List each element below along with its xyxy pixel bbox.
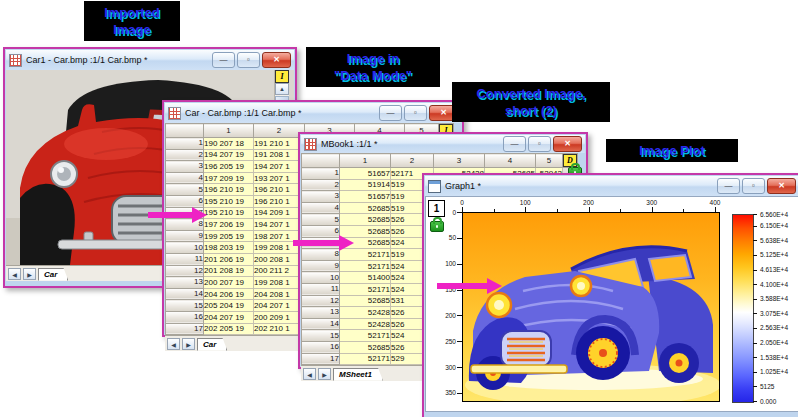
row-header[interactable]: 11 [302, 283, 340, 295]
corner-cell[interactable] [302, 154, 340, 168]
table-cell[interactable]: 193 207 1 [254, 172, 305, 184]
column-header[interactable]: 1 [340, 154, 391, 168]
table-cell[interactable]: 204 207 19 [204, 311, 254, 323]
table-cell[interactable]: 201 208 19 [204, 265, 254, 277]
table-cell[interactable]: 197 206 19 [204, 219, 254, 231]
row-header[interactable]: 9 [302, 260, 340, 272]
close-button[interactable]: ✕ [553, 136, 582, 152]
row-header[interactable]: 1 [166, 138, 204, 150]
image-mode-badge[interactable]: I [275, 70, 289, 83]
scroll-up-button[interactable]: ▲ [275, 83, 289, 95]
table-cell[interactable]: 195 210 19 [204, 207, 254, 219]
row-header[interactable]: 12 [166, 265, 204, 277]
table-cell[interactable]: 194 207 1 [254, 219, 305, 231]
table-cell[interactable]: 52428 [340, 307, 391, 319]
row-header[interactable]: 16 [166, 311, 204, 323]
table-cell[interactable]: 52171 [340, 330, 391, 342]
row-header[interactable]: 15 [166, 300, 204, 312]
row-header[interactable]: 4 [302, 202, 340, 214]
tab-scroll-right-button[interactable]: ▶ [182, 338, 195, 350]
column-header[interactable]: 1 [204, 124, 254, 138]
minimize-button[interactable]: — [379, 105, 402, 121]
table-cell[interactable]: 194 207 19 [204, 149, 254, 161]
table-cell[interactable]: 190 207 18 [204, 138, 254, 150]
table-cell[interactable]: 51657 [340, 191, 391, 203]
row-header[interactable]: 2 [302, 179, 340, 191]
row-header[interactable]: 12 [302, 295, 340, 307]
table-cell[interactable]: 197 209 19 [204, 172, 254, 184]
column-header[interactable]: 2 [391, 154, 434, 168]
table-cell[interactable]: 196 210 1 [254, 184, 305, 196]
tab-scroll-right-button[interactable]: ▶ [318, 368, 331, 380]
row-header[interactable]: 5 [302, 214, 340, 226]
table-cell[interactable]: 191 208 1 [254, 149, 305, 161]
minimize-button[interactable]: — [503, 136, 526, 152]
row-header[interactable]: 15 [302, 330, 340, 342]
table-cell[interactable]: 52171 [340, 260, 391, 272]
table-cell[interactable]: 204 208 1 [254, 288, 305, 300]
table-cell[interactable]: 52685 [340, 202, 391, 214]
table-cell[interactable]: 191 210 1 [254, 138, 305, 150]
table-cell[interactable]: 202 205 19 [204, 323, 254, 335]
sheet-tab-car[interactable]: Car [38, 268, 68, 281]
sheet-tab-car[interactable]: Car [197, 338, 227, 351]
restore-button[interactable]: ▫ [742, 178, 765, 194]
tab-scroll-left-button[interactable]: ◀ [303, 368, 316, 380]
table-cell[interactable]: 196 210 19 [204, 184, 254, 196]
table-cell[interactable]: 204 206 19 [204, 288, 254, 300]
row-header[interactable]: 1 [302, 168, 340, 180]
titlebar-car-worksheet[interactable]: Car - Car.bmp :1/1 Car.bmp * — ▫ ✕ [165, 103, 461, 123]
row-header[interactable]: 16 [302, 341, 340, 353]
table-cell[interactable]: 202 210 1 [254, 323, 305, 335]
sheet-tab-msheet1[interactable]: MSheet1 [333, 368, 383, 381]
row-header[interactable]: 3 [302, 191, 340, 203]
lock-icon[interactable] [430, 221, 444, 232]
tab-scroll-left-button[interactable]: ◀ [8, 268, 21, 280]
table-cell[interactable]: 200 209 1 [254, 311, 305, 323]
row-header[interactable]: 10 [166, 242, 204, 254]
row-header[interactable]: 2 [166, 149, 204, 161]
titlebar-mbook1[interactable]: MBook1 :1/1 * — ▫ ✕ [301, 135, 585, 153]
tab-scroll-right-button[interactable]: ▶ [23, 268, 36, 280]
tab-scroll-left-button[interactable]: ◀ [167, 338, 180, 350]
table-cell[interactable]: 204 207 1 [254, 300, 305, 312]
table-cell[interactable]: 52685 [340, 214, 391, 226]
row-header[interactable]: 9 [166, 230, 204, 242]
row-header[interactable]: 13 [302, 307, 340, 319]
table-cell[interactable]: 51400 [340, 272, 391, 284]
table-cell[interactable]: 199 208 1 [254, 277, 305, 289]
table-cell[interactable]: 200 208 1 [254, 253, 305, 265]
table-cell[interactable]: 52171 [340, 283, 391, 295]
table-cell[interactable]: 196 205 19 [204, 161, 254, 173]
column-header[interactable]: 5 [536, 154, 563, 168]
table-cell[interactable]: 52171 [340, 353, 391, 365]
row-header[interactable]: 6 [166, 195, 204, 207]
row-header[interactable]: 11 [166, 253, 204, 265]
table-cell[interactable]: 51657 [340, 168, 391, 180]
row-header[interactable]: 14 [302, 318, 340, 330]
table-cell[interactable]: 201 206 19 [204, 253, 254, 265]
row-header[interactable]: 5 [166, 184, 204, 196]
column-header[interactable]: 4 [485, 154, 536, 168]
layer1-button[interactable]: 1 [428, 200, 445, 217]
minimize-button[interactable]: — [717, 178, 740, 194]
restore-button[interactable]: ▫ [237, 52, 260, 68]
table-cell[interactable]: 52685 [340, 295, 391, 307]
table-cell[interactable]: 199 205 19 [204, 230, 254, 242]
row-header[interactable]: 17 [302, 353, 340, 365]
titlebar-graph1[interactable]: Graph1 * — ▫ ✕ [425, 176, 798, 196]
table-cell[interactable]: 194 207 1 [254, 161, 305, 173]
table-cell[interactable]: 51914 [340, 179, 391, 191]
corner-cell[interactable] [166, 124, 204, 138]
titlebar-car1[interactable]: Car1 - Car.bmp :1/1 Car.bmp * — ▫ ✕ [6, 50, 294, 70]
table-cell[interactable]: 200 211 2 [254, 265, 305, 277]
row-header[interactable]: 14 [166, 288, 204, 300]
table-cell[interactable]: 195 210 19 [204, 195, 254, 207]
minimize-button[interactable]: — [212, 52, 235, 68]
table-cell[interactable]: 194 209 1 [254, 207, 305, 219]
close-button[interactable]: ✕ [262, 52, 291, 68]
restore-button[interactable]: ▫ [528, 136, 551, 152]
close-button[interactable]: ✕ [767, 178, 796, 194]
table-cell[interactable]: 200 207 19 [204, 277, 254, 289]
table-cell[interactable]: 205 204 19 [204, 300, 254, 312]
